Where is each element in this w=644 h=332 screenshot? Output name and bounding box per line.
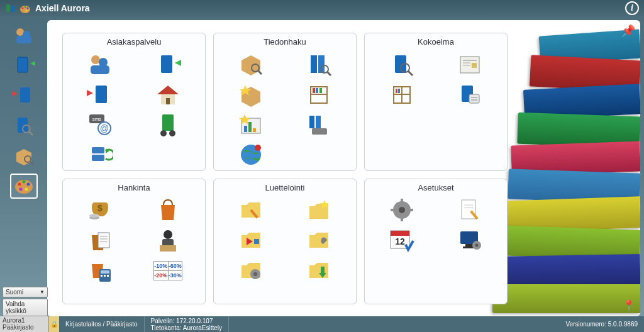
svg-rect-112 — [321, 267, 325, 273]
svg-rect-10 — [18, 57, 28, 72]
nav-checkin-icon[interactable] — [10, 83, 38, 108]
svg-point-42 — [160, 130, 167, 136]
svg-rect-105 — [107, 275, 109, 277]
nav-checkout-icon[interactable] — [10, 53, 38, 78]
calendar-icon[interactable]: 12 — [387, 226, 416, 254]
svg-point-70 — [255, 145, 261, 151]
info-button[interactable]: i — [625, 1, 639, 15]
monitor-gear-icon[interactable] — [455, 226, 484, 254]
svg-rect-1 — [11, 6, 14, 12]
customers-icon[interactable] — [86, 50, 114, 78]
svg-point-5 — [27, 8, 29, 9]
pin-top-icon[interactable]: 📌 — [621, 24, 635, 38]
module-cataloging: Luettelointi — [213, 179, 357, 304]
svg-rect-29 — [91, 65, 109, 74]
svg-line-17 — [29, 131, 33, 135]
language-select[interactable]: Suomi ▼ — [3, 287, 48, 297]
module-title: Asiakaspalvelu — [69, 37, 199, 47]
shelf-icon[interactable] — [304, 80, 333, 108]
nav-box-search-icon[interactable] — [10, 143, 38, 169]
folder-gear-icon[interactable] — [236, 257, 265, 284]
nav-palette-icon[interactable] — [10, 174, 38, 199]
folder-download-icon[interactable] — [304, 257, 333, 284]
book-card-icon[interactable] — [455, 80, 484, 108]
money-icon[interactable]: $ — [86, 196, 114, 224]
module-acquisition: Hankinta $ -10% -60% -20% -30% — [62, 179, 206, 304]
svg-rect-62 — [244, 126, 247, 132]
svg-rect-36 — [166, 98, 170, 104]
invoice-icon[interactable] — [86, 226, 114, 254]
svg-rect-60 — [319, 88, 322, 93]
sidebar — [0, 16, 47, 316]
shopping-bag-icon[interactable] — [153, 196, 182, 224]
svg-rect-66 — [309, 116, 314, 128]
svg-point-43 — [169, 130, 175, 136]
svg-marker-14 — [13, 91, 18, 96]
svg-marker-91 — [161, 205, 175, 220]
module-title: Asetukset — [371, 183, 501, 192]
svg-rect-0 — [6, 4, 10, 12]
book-search-icon[interactable] — [387, 50, 416, 78]
svg-point-28 — [99, 58, 108, 67]
gear-icon[interactable] — [387, 196, 416, 224]
svg-line-73 — [408, 71, 413, 75]
module-customer-service: Asiakaspalvelu sms@ — [62, 33, 206, 171]
folder-media-icon[interactable] — [236, 226, 265, 254]
svg-point-115 — [399, 207, 405, 213]
app-icon-1 — [5, 3, 16, 14]
svg-marker-18 — [16, 149, 31, 165]
discount-grid: -10% -60% -20% -30% — [153, 261, 182, 280]
module-title: Luettelointi — [220, 183, 350, 192]
svg-point-23 — [22, 180, 25, 184]
lock-icon[interactable]: 🔒 — [49, 316, 59, 332]
book-in-icon[interactable] — [86, 80, 114, 108]
svg-point-26 — [19, 188, 22, 191]
svg-rect-104 — [104, 275, 106, 277]
status-version: Versionumero: 5.0.0.9869 — [565, 321, 644, 328]
svg-line-53 — [327, 72, 331, 75]
supplier-icon[interactable] — [153, 226, 182, 254]
folder-new-icon[interactable] — [304, 196, 333, 224]
discounts-icon[interactable]: -10% -60% -20% -30% — [153, 257, 182, 284]
book-catalog-search-icon[interactable] — [304, 50, 333, 78]
pin-bottom-icon[interactable]: 📍 — [623, 299, 635, 311]
shelf-collection-icon[interactable] — [387, 80, 416, 108]
server-sync-icon[interactable] — [86, 141, 114, 169]
svg-rect-128 — [465, 244, 473, 246]
svg-rect-44 — [92, 147, 104, 153]
printer-books-icon[interactable] — [304, 111, 333, 138]
box-search-icon[interactable] — [236, 50, 265, 78]
folder-wrench-icon[interactable] — [304, 226, 333, 254]
sms-email-icon[interactable]: sms@ — [86, 111, 114, 138]
svg-rect-125 — [391, 231, 409, 236]
book-out-icon[interactable] — [153, 50, 182, 78]
folder-edit-icon[interactable] — [236, 196, 265, 224]
svg-rect-85 — [469, 94, 479, 103]
svg-text:$: $ — [97, 203, 103, 213]
status-user: Aurora1 Pääkirjasto — [0, 316, 49, 332]
svg-point-27 — [91, 55, 100, 64]
svg-rect-117 — [401, 218, 403, 221]
report-chart-icon[interactable] — [236, 111, 265, 138]
home-icon[interactable] — [153, 80, 182, 108]
newspaper-icon[interactable] — [455, 50, 484, 78]
nav-customers-icon[interactable] — [10, 23, 38, 48]
change-unit-button[interactable]: Vaihda yksikkö — [3, 299, 48, 316]
status-library: Kirjastolaitos / Pääkirjasto — [59, 316, 145, 332]
svg-point-22 — [18, 183, 21, 186]
svg-rect-9 — [16, 36, 31, 43]
svg-marker-31 — [175, 60, 181, 66]
box-star-icon[interactable] — [236, 80, 265, 108]
svg-rect-41 — [162, 114, 174, 131]
svg-line-20 — [30, 162, 33, 165]
svg-rect-78 — [472, 63, 477, 68]
nav-search-book-icon[interactable] — [10, 113, 38, 138]
svg-point-111 — [253, 272, 257, 276]
globe-icon[interactable] — [236, 141, 265, 169]
svg-rect-118 — [391, 209, 394, 211]
svg-marker-12 — [30, 61, 35, 66]
bag-calc-icon[interactable] — [86, 257, 114, 284]
document-edit-icon[interactable] — [455, 196, 484, 224]
svg-rect-109 — [254, 239, 259, 244]
mobile-library-icon[interactable] — [153, 111, 182, 138]
